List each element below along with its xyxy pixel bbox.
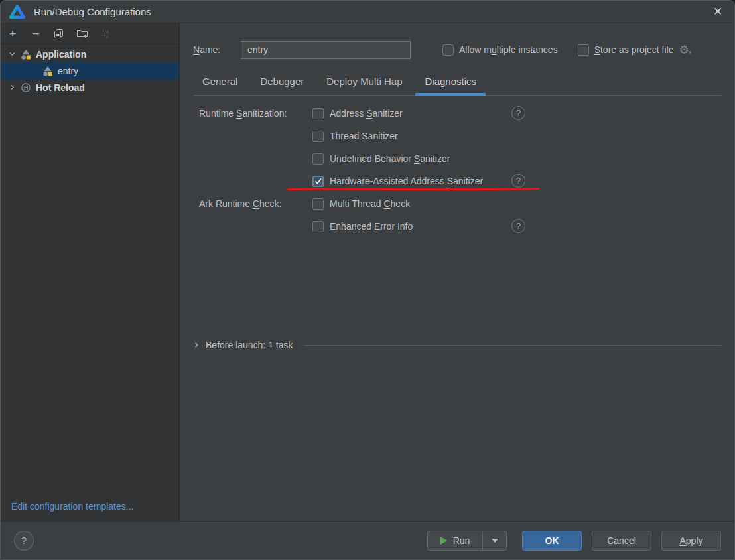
undefined-behavior-sanitizer-row: Undefined Behavior Sanitizer xyxy=(312,147,721,170)
enhanced-error-info-row: Enhanced Error Info ? xyxy=(312,215,721,238)
hardware-assisted-address-sanitizer-checkbox[interactable] xyxy=(312,176,324,187)
application-type-icon xyxy=(42,66,53,76)
chevron-right-icon[interactable] xyxy=(9,84,16,91)
chevron-down-icon xyxy=(492,539,498,543)
configuration-editor: Name: Allow multiple instances Store as … xyxy=(180,23,734,521)
svg-text:a: a xyxy=(106,29,109,33)
ark-runtime-check-section: Ark Runtime Check: Multi Thread Check xyxy=(193,192,721,238)
tab-general[interactable]: General xyxy=(193,71,247,95)
ok-button[interactable]: OK xyxy=(522,531,582,551)
enhanced-error-info-checkbox[interactable] xyxy=(312,221,324,232)
multi-thread-check-row: Multi Thread Check xyxy=(312,192,721,215)
runtime-sanitization-label: Runtime Sanitization: xyxy=(193,102,312,192)
tree-item-hot-reload[interactable]: H Hot Reload xyxy=(1,79,179,96)
undefined-behavior-sanitizer-checkbox[interactable] xyxy=(312,153,324,165)
address-sanitizer-checkbox[interactable] xyxy=(312,108,324,119)
undefined-behavior-sanitizer-label: Undefined Behavior Sanitizer xyxy=(330,153,450,164)
run-button-label: Run xyxy=(453,535,470,546)
app-logo-icon xyxy=(9,4,26,20)
ark-runtime-check-options: Multi Thread Check Enhanced Error Info ? xyxy=(312,192,721,238)
before-launch-label: Before launch: 1 task xyxy=(206,340,293,350)
edit-configuration-templates-link[interactable]: Edit configuration templates... xyxy=(1,501,179,521)
tab-diagnostics[interactable]: Diagnostics xyxy=(415,71,486,95)
svg-text:H: H xyxy=(24,84,28,91)
gear-caret-icon: ▾ xyxy=(689,50,692,56)
red-underline-annotation xyxy=(287,186,540,192)
help-icon[interactable]: ? xyxy=(511,219,525,233)
thread-sanitizer-checkbox[interactable] xyxy=(312,131,324,142)
run-button[interactable]: Run xyxy=(427,531,483,551)
chevron-right-icon[interactable] xyxy=(193,342,200,349)
application-type-icon xyxy=(21,49,31,60)
remove-configuration-icon[interactable]: − xyxy=(30,28,42,40)
store-options-gear-icon[interactable]: ⚙▾ xyxy=(679,44,691,56)
before-launch-separator xyxy=(304,345,721,346)
tree-item-label: Hot Reload xyxy=(36,82,85,93)
diagnostics-form: Runtime Sanitization: Address Sanitizer … xyxy=(193,102,721,350)
footer-buttons: Run OK Cancel Apply xyxy=(427,531,721,551)
chevron-down-icon[interactable] xyxy=(9,50,16,58)
tree-item-label: Application xyxy=(36,49,86,60)
gear-glyph: ⚙ xyxy=(679,44,689,56)
add-configuration-icon[interactable]: + xyxy=(7,28,19,40)
multi-thread-check-label: Multi Thread Check xyxy=(330,198,410,209)
hardware-assisted-address-sanitizer-row: Hardware-Assisted Address Sanitizer ? xyxy=(312,170,721,192)
tree-item-application[interactable]: Application xyxy=(1,46,179,62)
runtime-sanitization-options: Address Sanitizer ? Thread Sanitizer xyxy=(312,102,721,192)
tree-item-label: entry xyxy=(58,66,78,76)
sort-configurations-icon[interactable]: a z xyxy=(100,28,111,40)
configurations-sidebar: + − xyxy=(1,23,180,521)
allow-multiple-instances-option[interactable]: Allow multiple instances xyxy=(442,44,558,56)
allow-multiple-instances-label: Allow multiple instances xyxy=(459,44,558,55)
configuration-tabs: General Debugger Deploy Multi Hap Diagno… xyxy=(193,71,721,96)
tree-item-entry[interactable]: entry xyxy=(1,62,179,79)
multi-thread-check-checkbox[interactable] xyxy=(312,198,324,210)
allow-multiple-instances-checkbox[interactable] xyxy=(442,44,454,56)
run-dropdown-button[interactable] xyxy=(482,531,507,551)
store-as-project-file-checkbox[interactable] xyxy=(578,44,589,56)
configurations-tree: Application entry xyxy=(1,44,179,96)
help-icon[interactable]: ? xyxy=(511,106,525,120)
name-row: Name: Allow multiple instances Store as … xyxy=(193,40,721,59)
configurations-toolbar: + − xyxy=(1,23,179,44)
help-button[interactable]: ? xyxy=(14,531,34,551)
svg-text:z: z xyxy=(106,34,108,38)
name-input[interactable] xyxy=(241,41,411,59)
thread-sanitizer-label: Thread Sanitizer xyxy=(330,131,398,141)
before-launch-row[interactable]: Before launch: 1 task xyxy=(193,340,721,350)
hardware-assisted-address-sanitizer-label: Hardware-Assisted Address Sanitizer xyxy=(330,176,483,186)
help-icon[interactable]: ? xyxy=(511,174,525,188)
ark-runtime-check-label: Ark Runtime Check: xyxy=(193,192,312,238)
dialog-title: Run/Debug Configurations xyxy=(34,6,151,17)
copy-configuration-icon[interactable] xyxy=(53,28,65,40)
tab-debugger[interactable]: Debugger xyxy=(251,71,313,95)
hot-reload-icon: H xyxy=(21,82,31,93)
cancel-button[interactable]: Cancel xyxy=(592,531,651,551)
run-play-icon xyxy=(440,537,447,545)
enhanced-error-info-label: Enhanced Error Info xyxy=(330,221,413,232)
runtime-sanitization-section: Runtime Sanitization: Address Sanitizer … xyxy=(193,102,721,192)
apply-button[interactable]: Apply xyxy=(661,531,721,551)
store-as-project-file-label: Store as project file xyxy=(594,44,674,55)
address-sanitizer-label: Address Sanitizer xyxy=(330,108,403,119)
dialog-body: + − xyxy=(1,23,734,521)
dialog-footer: ? Run OK Cancel Apply xyxy=(1,521,734,559)
titlebar: Run/Debug Configurations ✕ xyxy=(1,1,734,23)
store-as-project-file-option[interactable]: Store as project file xyxy=(578,44,674,56)
name-label: Name: xyxy=(193,44,228,55)
address-sanitizer-row: Address Sanitizer ? xyxy=(312,102,721,125)
tab-deploy-multi-hap[interactable]: Deploy Multi Hap xyxy=(317,71,411,95)
thread-sanitizer-row: Thread Sanitizer xyxy=(312,125,721,147)
save-configuration-folder-icon[interactable] xyxy=(76,28,88,40)
run-split-button: Run xyxy=(427,531,507,551)
close-icon[interactable]: ✕ xyxy=(708,3,728,21)
run-debug-configurations-dialog: Run/Debug Configurations ✕ + − xyxy=(0,0,735,560)
